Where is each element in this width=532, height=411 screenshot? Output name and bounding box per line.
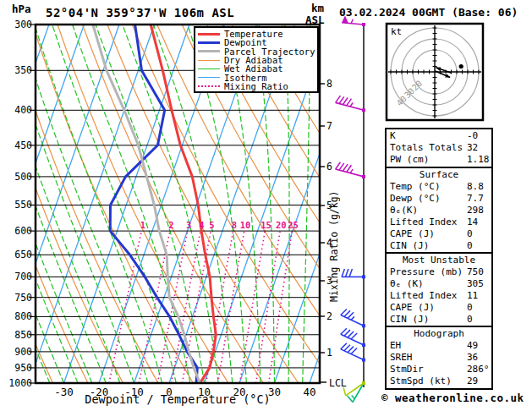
wind-barb-half-feather	[351, 316, 354, 320]
pressure-tick-label: 400	[5, 104, 32, 116]
stat-label: Pressure (mb)	[390, 266, 463, 277]
legend-swatch-dry-adiabat	[198, 60, 220, 61]
legend-swatch-parcel-trajectory	[198, 50, 220, 52]
legend-item: Mixing Ratio	[198, 82, 317, 90]
wind-barb	[341, 328, 365, 347]
wind-barb	[341, 343, 365, 362]
stats-box-hodograph: Hodograph EH49SREH36StmDir286°StmSpd (kt…	[385, 326, 493, 390]
wind-barb-feather	[339, 163, 344, 170]
stat-label: θₑ(K)	[390, 205, 418, 216]
legend-swatch-mixing-ratio	[198, 85, 220, 87]
wind-barb-feather	[347, 165, 352, 172]
wind-barb	[342, 269, 365, 278]
pressure-tick-label: 300	[5, 19, 32, 30]
stat-row: StmSpd (kt)29	[387, 375, 491, 387]
stat-label: SREH	[390, 352, 413, 363]
stat-row: CIN (J)0	[387, 314, 491, 326]
stat-row: Totals Totals32	[387, 142, 491, 154]
stat-label: Temp (°C)	[390, 181, 441, 192]
stat-label: Totals Totals	[390, 142, 463, 153]
stat-row: EH49	[387, 340, 491, 352]
pressure-tick-label: 600	[5, 225, 32, 237]
page-title: 52°04'N 359°37'W 106m ASL	[46, 6, 234, 19]
wind-barb-feather	[342, 269, 344, 277]
hodograph-unit-label: kt	[391, 26, 402, 37]
wind-barb-half-feather	[350, 169, 353, 173]
wind-barb-feather	[343, 98, 348, 105]
wet-adiabat-line	[73, 25, 190, 383]
stats-section-title: Most Unstable	[387, 255, 491, 266]
copyright-label: © weatheronline.co.uk	[381, 392, 524, 404]
legend-swatch-temperature	[198, 33, 220, 36]
stat-value: 49	[467, 340, 478, 352]
pressure-tick-label: 900	[5, 346, 32, 358]
pressure-tick-label: 950	[5, 362, 32, 374]
datetime-label: 03.02.2024 00GMT (Base: 06)	[339, 6, 518, 19]
stat-label: θₑ (K)	[390, 278, 424, 289]
legend-swatch-isotherm	[198, 77, 220, 78]
wind-barb-feather	[339, 96, 344, 103]
mixing-ratio-label: 15	[258, 220, 273, 230]
stat-row: Lifted Index14	[387, 216, 491, 228]
stat-label: Lifted Index	[390, 216, 457, 227]
legend-item-label: Mixing Ratio	[224, 81, 288, 91]
stat-value: 750	[467, 266, 484, 278]
pressure-tick-label: 500	[5, 171, 32, 183]
stat-value: 1.18	[467, 154, 490, 166]
stat-row: SREH36	[387, 352, 491, 364]
stats-box-indices: K-0Totals Totals32PW (cm)1.18	[385, 128, 493, 168]
stat-row: StmDir286°	[387, 364, 491, 375]
mixing-ratio-line	[256, 231, 281, 383]
wind-barb-feather	[347, 99, 352, 106]
mixing-ratio-line	[240, 231, 266, 383]
temperature-tick-label: 40	[293, 386, 326, 398]
altitude-axis-unit-asl: ASL	[305, 14, 325, 26]
stat-value: 29	[467, 375, 478, 387]
legend-swatch-dewpoint	[198, 41, 220, 44]
stat-label: CIN (J)	[390, 240, 429, 251]
stats-section-title: Surface	[387, 169, 491, 181]
mixing-ratio-line	[218, 231, 244, 383]
stat-value: 8.8	[467, 181, 484, 193]
temperature-tick-label: -30	[47, 386, 81, 398]
stat-value: 0	[467, 302, 473, 314]
stat-value: 286°	[467, 364, 490, 375]
stat-label: StmSpd (kt)	[390, 375, 452, 386]
wind-barb-feather	[349, 269, 352, 277]
pressure-tick-label: 350	[5, 64, 32, 76]
wind-barb-stem	[346, 383, 364, 396]
stat-value: 32	[467, 142, 478, 154]
skewt-sounding-page: 203040 hPa 52°04'N 359°37'W 106m ASL km …	[0, 0, 532, 411]
lcl-label: LCL	[329, 377, 347, 389]
wind-barb	[336, 96, 365, 112]
stat-value: 298	[467, 205, 484, 216]
altitude-tick-label: 1	[326, 347, 332, 359]
altitude-tick-label: 7	[326, 120, 332, 132]
mixing-ratio-label: 1	[135, 220, 151, 230]
wind-barb	[341, 310, 365, 328]
stat-label: EH	[390, 340, 401, 351]
stats-box-most-unstable: Most Unstable Pressure (mb)750θₑ (K)305L…	[385, 252, 493, 328]
pressure-axis-unit: hPa	[12, 3, 31, 15]
wind-barb-half-feather	[350, 103, 353, 107]
pressure-tick-label: 450	[5, 140, 32, 151]
mixing-ratio-axis-label: Mixing Ratio (g/kg)	[328, 180, 340, 312]
pressure-tick-label: 850	[5, 329, 32, 341]
stat-value: 11	[467, 290, 478, 302]
wind-barb-half-feather	[352, 395, 355, 398]
stat-label: CIN (J)	[390, 314, 429, 325]
mixing-ratio-label: 10	[238, 220, 253, 230]
stat-row: Pressure (mb)750	[387, 266, 491, 278]
stat-row: CIN (J)0	[387, 240, 491, 252]
hodograph: 203040	[387, 24, 483, 120]
stat-row: PW (cm)1.18	[387, 154, 491, 166]
pressure-tick-label: 700	[5, 271, 32, 282]
stat-value: 0	[467, 240, 473, 252]
stat-value: 36	[467, 352, 478, 364]
pressure-tick-label: 1000	[5, 377, 32, 389]
stats-box-surface: Surface Temp (°C)8.8Dewp (°C)7.7θₑ(K)298…	[385, 167, 493, 255]
mixing-ratio-label: 2	[163, 220, 178, 230]
mixing-ratio-label: 25	[286, 220, 301, 230]
stat-value: 14	[467, 216, 478, 228]
stat-row: Lifted Index11	[387, 290, 491, 302]
